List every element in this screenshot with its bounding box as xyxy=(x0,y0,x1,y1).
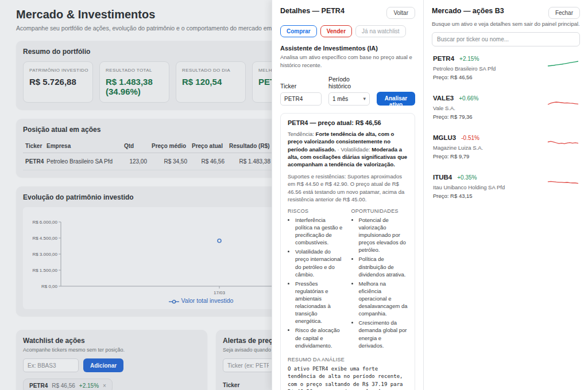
y-tick-label: R$ 6.000,00 xyxy=(32,220,57,225)
risks-list: Interferência política na gestão e preci… xyxy=(288,216,345,349)
assistant-desc: Analisa um ativo específico com base no … xyxy=(280,53,415,69)
sell-button[interactable]: Vender xyxy=(320,25,352,37)
sparkline-icon xyxy=(547,136,579,149)
detail-panel: Detalhes — PETR4 Voltar Comprar Vender J… xyxy=(272,0,423,390)
analyze-button[interactable]: Analisar ativo xyxy=(377,92,415,106)
opportunities-column: OPORTUNIDADES Potencial de valorização i… xyxy=(351,208,408,351)
analysis-heading: PETR4 — preço atual: R$ 46,56 xyxy=(288,119,408,126)
watchlist-desc: Acompanhe tickers mesmo sem ter posição. xyxy=(23,347,200,353)
legend-marker-icon xyxy=(169,299,179,304)
opportunities-title: OPORTUNIDADES xyxy=(351,208,408,214)
detail-panel-title: Detalhes — PETR4 xyxy=(280,7,345,15)
chevron-down-icon: ▾ xyxy=(363,96,366,102)
ticker-field[interactable] xyxy=(280,92,322,106)
stock-row-petr4[interactable]: PETR4+2.15% Petroleo Brasileiro SA Pfd P… xyxy=(432,46,580,86)
market-desc: Busque um ativo e veja detalhes sem sair… xyxy=(432,21,580,27)
list-item: Pressões regulatórias e ambientais relac… xyxy=(295,280,345,325)
list-item: Potencial de valorização impulsionado po… xyxy=(359,216,408,254)
y-tick-label: R$ 1.500,00 xyxy=(32,268,57,273)
sparkline-icon xyxy=(547,176,579,189)
sparkline-icon xyxy=(547,97,579,110)
data-point[interactable] xyxy=(218,239,221,243)
list-item: Risco de alocação de capital e endividam… xyxy=(295,326,345,349)
watchlist-ticker-input[interactable] xyxy=(23,358,79,372)
stock-row-mglu3[interactable]: MGLU3-0.51% Magazine Luiza S.A. Preço: R… xyxy=(432,126,580,165)
risks-title: RISCOS xyxy=(288,208,345,214)
list-item: Política de distribuição de dividendos a… xyxy=(359,255,408,278)
y-tick-label: R$ 4.500,00 xyxy=(32,236,57,241)
stat-day-result: RESULTADO DO DIA R$ 120,54 xyxy=(176,61,246,103)
x-tick-label: 17/03 xyxy=(214,290,226,295)
alert-ticker-input[interactable] xyxy=(223,358,273,372)
ticker-field-label: Ticker xyxy=(280,83,322,89)
back-button[interactable]: Voltar xyxy=(386,7,415,19)
assistant-title: Assistente de Investimentos (IA) xyxy=(280,45,415,52)
period-select[interactable]: 1 mês ▾ xyxy=(328,92,370,106)
y-tick-label: R$ 3.000,00 xyxy=(32,252,57,257)
stat-invested: PATRIMÔNIO INVESTIDO R$ 5.726,88 xyxy=(23,61,93,103)
stock-row-vale3[interactable]: VALE3+0.66% Vale S.A. Preço: R$ 79,36 xyxy=(432,86,580,126)
stat-total-result: RESULTADO TOTAL R$ 1.483,38 (34.96%) xyxy=(99,61,169,103)
buy-button[interactable]: Comprar xyxy=(280,25,317,37)
analysis-supports: Suportes e resistências: Suportes aproxi… xyxy=(288,173,408,204)
market-panel: Mercado — ações B3 Fechar Busque um ativ… xyxy=(423,0,588,390)
already-watchlist-button: Já na watchlist xyxy=(355,25,406,37)
risks-column: RISCOS Interferência política na gestão … xyxy=(288,208,345,351)
list-item: Volatilidade do preço internacional do p… xyxy=(295,248,345,278)
stock-row-itub4[interactable]: ITUB4+0.35% Itau Unibanco Holding SA Pfd… xyxy=(432,165,580,205)
analysis-summary-text: O ativo PETR4 exibe uma forte tendência … xyxy=(288,365,408,390)
search-input[interactable] xyxy=(432,32,580,46)
analysis-summary-title: RESUMO DA ANÁLISE xyxy=(288,357,408,362)
market-panel-title: Mercado — ações B3 xyxy=(432,7,504,15)
analysis-trend: Tendência: Forte tendência de alta, com … xyxy=(288,130,408,169)
add-watchlist-button[interactable]: Adicionar xyxy=(83,358,123,372)
analysis-result: PETR4 — preço atual: R$ 46,56 Tendência:… xyxy=(280,113,415,390)
stock-list: PETR4+2.15% Petroleo Brasileiro SA Pfd P… xyxy=(432,46,580,205)
opportunities-list: Potencial de valorização impulsionado po… xyxy=(351,216,408,349)
list-item: Interferência política na gestão e preci… xyxy=(295,216,345,246)
watchlist-card: Watchlist de ações Acompanhe tickers mes… xyxy=(16,330,207,390)
close-button[interactable]: Fechar xyxy=(548,7,580,19)
period-field-label: Período histórico xyxy=(328,76,370,89)
remove-chip-icon[interactable]: × xyxy=(103,383,106,389)
y-tick-label: R$ 0,00 xyxy=(41,284,58,289)
list-item: Crescimento da demanda global por energi… xyxy=(359,319,408,349)
sparkline-icon xyxy=(547,57,579,70)
watchlist-chip[interactable]: PETR4 R$ 46,56 +2.15% × xyxy=(23,379,113,390)
list-item: Melhora na eficiência operacional e desa… xyxy=(359,280,408,318)
watchlist-title: Watchlist de ações xyxy=(23,337,200,345)
